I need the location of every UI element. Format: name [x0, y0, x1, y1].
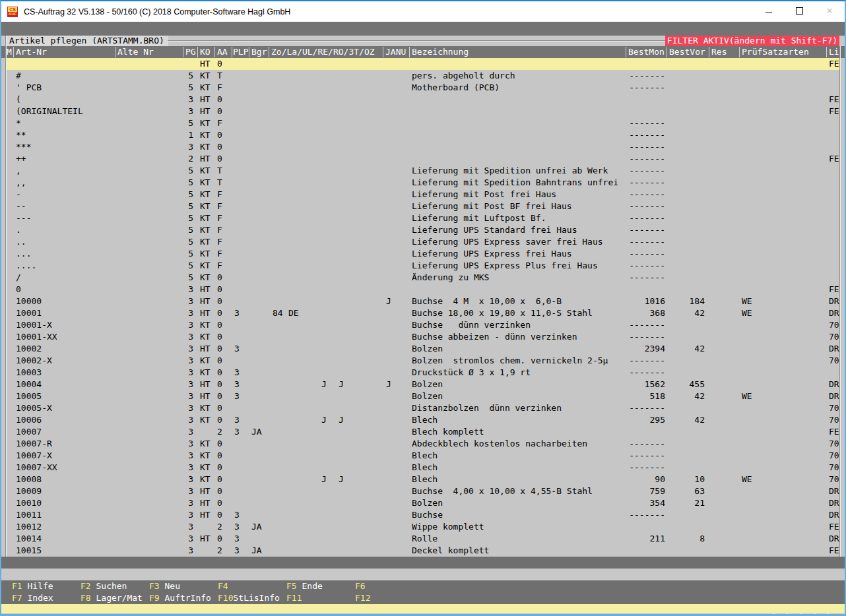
- cell-ro: J: [339, 414, 346, 426]
- table-row[interactable]: ....5KTFLieferung UPS Express Plus frei …: [1, 260, 845, 272]
- cell-bez: Bolzen: [412, 379, 623, 390]
- fkey-item-f4[interactable]: F4: [218, 580, 228, 592]
- fkey-item-f9[interactable]: F9 AuftrInfo: [149, 592, 211, 604]
- table-row[interactable]: 10012323JAWippe komplettFE: [1, 521, 845, 533]
- cell-ko: KT: [200, 212, 213, 224]
- table-row[interactable]: 10002-X3KT0Bolzen stromlos chem. vernick…: [1, 355, 845, 367]
- table-row[interactable]: ,5KTTLieferung mit Spedition unfrei ab W…: [1, 165, 845, 177]
- cell-ro: J: [339, 474, 346, 485]
- cell-bm: 1562: [623, 379, 665, 390]
- cell-aa: F: [217, 212, 225, 224]
- fkey-label: Hilfe: [22, 581, 53, 591]
- cell-aa: T: [217, 165, 225, 177]
- cell-ko: HT: [200, 106, 213, 117]
- fkey-item-f5[interactable]: F5 Ende: [286, 580, 323, 592]
- cell-bm: -------: [623, 355, 665, 367]
- cell-art: 10007-X: [16, 450, 115, 462]
- minimize-button[interactable]: [754, 1, 784, 20]
- close-button[interactable]: ✕: [814, 1, 845, 20]
- table-row[interactable]: -5KTFLieferung mit Post frei Haus-------: [1, 189, 845, 200]
- panel-title-row: Artikel pflegen (ARTSTAMM.BRO) FILTER AK…: [1, 36, 845, 46]
- table-row[interactable]: ,,5KTTLieferung mit Spedition Bahntrans …: [1, 177, 845, 189]
- fkey-item-f10[interactable]: F10StLisInfo: [218, 592, 280, 604]
- cell-plp: 3: [234, 545, 242, 557]
- table-row[interactable]: 100143HT03Rolle2118DR: [1, 533, 845, 545]
- cell-art: ++: [16, 153, 115, 165]
- table-row[interactable]: ---5KTFLieferung mit Luftpost Bf.-------: [1, 212, 845, 224]
- column-header-pruef: PrüfSatzarten: [742, 46, 809, 58]
- cell-ko: KT: [200, 272, 213, 284]
- cell-art: *: [16, 117, 115, 129]
- table-row[interactable]: 100013HT0384DEBuchse 18,00 x 19,80 x 11,…: [1, 307, 845, 319]
- cell-pg: 3: [183, 462, 193, 474]
- table-row[interactable]: 100033KT03Druckstück Ø 3 x 1,9 rt-------: [1, 367, 845, 379]
- column-header-li: Li: [829, 46, 839, 58]
- table-row[interactable]: HT0FE: [1, 58, 845, 70]
- cell-pruef: WE: [742, 390, 825, 402]
- table-row[interactable]: 100103HT0Bolzen35421DR: [1, 497, 845, 509]
- table-row[interactable]: **1KT0-------: [1, 129, 845, 141]
- table-row[interactable]: #5KTTpers. abgeholt durch-------: [1, 70, 845, 82]
- cell-pg: 3: [183, 438, 193, 450]
- cell-art: ' PCB: [16, 82, 115, 94]
- fkey-item-f8[interactable]: F8 Lager/Mat: [81, 592, 143, 604]
- cell-aa: T: [217, 70, 225, 82]
- application-window: CS AUF CS-Auftrag 32 V5.138 - 50/160 (C)…: [0, 0, 846, 616]
- table-row[interactable]: 10005-X3KT0Distanzbolzen dünn verzinken-…: [1, 402, 845, 414]
- table-row[interactable]: 100053HT03Bolzen51842WEDR: [1, 390, 845, 402]
- maximize-button[interactable]: [784, 1, 814, 20]
- table-row[interactable]: 100043HT03JJJBolzen1562455DR: [1, 379, 845, 390]
- table-row[interactable]: 100023HT03Bolzen239442DR: [1, 343, 845, 355]
- column-separator: [115, 47, 115, 57]
- column-header-bgr: Bgr: [251, 46, 267, 58]
- cell-bez: Buchse 4 M x 10,00 x 6,0-B: [412, 295, 623, 307]
- cell-aa: 0: [217, 331, 225, 343]
- cell-pg: 5: [183, 117, 193, 129]
- table-row[interactable]: ***3KT0-------: [1, 141, 845, 153]
- table-row[interactable]: 10007-R3KT0Abdeckblech kostenlos nacharb…: [1, 438, 845, 450]
- cell-aa: 0: [217, 141, 225, 153]
- table-row[interactable]: 100093HT0Buchse 4,00 x 10,00 x 4,55-B St…: [1, 485, 845, 497]
- cell-bez: Lieferung mit Spedition Bahntrans unfrei: [412, 177, 623, 189]
- table-row[interactable]: .5KTFLieferung UPS Standard frei Haus---…: [1, 224, 845, 236]
- table-row[interactable]: ++2HT0-------FE: [1, 153, 845, 165]
- cell-pg: 3: [183, 141, 193, 153]
- table-row[interactable]: 10007-X3KT0Blech-------70: [1, 450, 845, 462]
- table-row[interactable]: ' PCB5KTFMotherboard (PCB)-------: [1, 82, 845, 94]
- fkey-item-f1[interactable]: F1 Hilfe: [12, 580, 53, 592]
- table-row[interactable]: ..5KTFLieferung UPS Express saver frei H…: [1, 236, 845, 248]
- table-row[interactable]: 10015323JADeckel komplettFE: [1, 545, 845, 557]
- table-row[interactable]: ...5KTFLieferung UPS Express frei Haus--…: [1, 248, 845, 260]
- table-row[interactable]: (3HT0FE: [1, 94, 845, 106]
- cell-art: -: [16, 189, 115, 200]
- fkey-item-f12[interactable]: F12: [355, 592, 370, 604]
- fkey-item-f3[interactable]: F3 Neu: [149, 580, 180, 592]
- fkey-key: F5: [286, 581, 297, 591]
- cell-pg: 5: [183, 212, 193, 224]
- fkey-item-f6[interactable]: F6: [355, 580, 366, 592]
- table-row[interactable]: 10007-XX3KT0Blech-------70: [1, 462, 845, 474]
- table-row[interactable]: 100113HT03Buchse-------DR: [1, 509, 845, 521]
- table-row[interactable]: 100063KT03JJBlech2954270: [1, 414, 845, 426]
- table-row[interactable]: 100003HT0JBuchse 4 M x 10,00 x 6,0-B1016…: [1, 295, 845, 307]
- cell-bm: -------: [623, 462, 665, 474]
- table-row[interactable]: (ORIGINALTEIL3HT0FE: [1, 106, 845, 117]
- cell-plp: 3: [234, 367, 242, 379]
- fkey-item-f2[interactable]: F2 Suchen: [81, 580, 127, 592]
- table-row[interactable]: 100083KT0JJBlech9010WE70: [1, 474, 845, 485]
- table-row[interactable]: *5KTF-------: [1, 117, 845, 129]
- cell-art: 10009: [16, 485, 115, 497]
- table-row[interactable]: 10007323JABlech komplettFE: [1, 426, 845, 438]
- cell-bez: Buchse abbeizen - dünn verzinken: [412, 331, 623, 343]
- fkey-item-f11[interactable]: F11: [286, 592, 302, 604]
- cell-ko: HT: [200, 379, 213, 390]
- fkey-item-f7[interactable]: F7 Index: [12, 592, 53, 604]
- cell-aa: 0: [217, 509, 225, 521]
- cell-pruef: WE: [742, 474, 825, 485]
- table-row[interactable]: 10001-X3KT0Buchse dünn verzinken-------7…: [1, 319, 845, 331]
- table-row[interactable]: 03HT0FE: [1, 284, 845, 295]
- table-row[interactable]: 10001-XX3KT0Buchse abbeizen - dünn verzi…: [1, 331, 845, 343]
- table-row[interactable]: --5KTFLieferung mit Post BF frei Haus---…: [1, 200, 845, 212]
- cell-art: 10011: [16, 509, 115, 521]
- table-row[interactable]: /5KT0Änderung zu MKS-------: [1, 272, 845, 284]
